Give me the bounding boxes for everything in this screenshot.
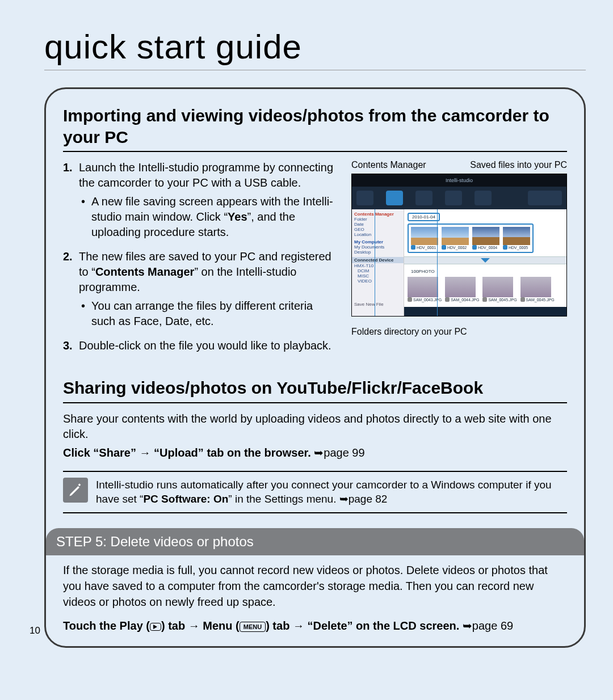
- step5-paragraph: If the storage media is full, you cannot…: [63, 562, 567, 610]
- step-bullet: A new file saving screen appears with th…: [79, 194, 339, 240]
- step-text: Launch the Intelli-studio programme by c…: [79, 161, 333, 189]
- play-icon: [150, 623, 161, 631]
- pane-divider: [404, 256, 566, 264]
- screenshot-saved-pane: 2010-01-04 HDV_0001 HDV_0002 HDV_0004 HD…: [404, 209, 566, 256]
- step-number: 1.: [63, 160, 79, 240]
- note-icon: [63, 478, 88, 503]
- date-pill: 2010-01-04: [408, 213, 440, 221]
- page-title: quick start guide: [44, 27, 586, 70]
- figure-label-folders: Folders directory on your PC: [351, 327, 567, 337]
- step5-bar: STEP 5: Delete videos or photos: [46, 528, 584, 555]
- figure-intelli-studio: Contents Manager Saved files into your P…: [351, 160, 567, 362]
- section-heading-import: Importing and viewing videos/photos from…: [63, 105, 567, 152]
- step-number: 3.: [63, 338, 79, 353]
- figure-label-saved-files: Saved files into your PC: [470, 160, 567, 170]
- page-number: 10: [30, 625, 40, 636]
- content-panel: Importing and viewing videos/photos from…: [44, 87, 586, 648]
- import-steps: 1. Launch the Intelli-studio programme b…: [63, 160, 339, 362]
- screenshot-window: Intelli-studio Contents Manager Folder D…: [351, 174, 567, 317]
- step-text: The new files are saved to your PC and r…: [79, 250, 331, 293]
- step-number: 2.: [63, 249, 79, 329]
- note-block: Intelli-studio runs automatically after …: [63, 471, 567, 513]
- section-heading-share: Sharing videos/photos on YouTube/Flickr/…: [63, 377, 567, 403]
- step-bullet: You can arrange the files by different c…: [79, 298, 339, 329]
- menu-icon: MENU: [240, 622, 266, 632]
- note-text: Intelli-studio runs automatically after …: [96, 478, 567, 507]
- share-paragraph: Share your contents with the world by up…: [63, 411, 567, 442]
- folder-pill: 100PHOTO: [408, 268, 438, 275]
- share-instruction: Click “Share” → “Upload” tab on the brow…: [63, 445, 567, 461]
- screenshot-folder-pane: 100PHOTO SAM_0043.JPG SAM_0044.JPG SAM_0…: [404, 264, 566, 307]
- screenshot-sidebar: Contents Manager Folder Date GEO Locatio…: [352, 209, 404, 316]
- step5-instruction: Touch the Play () tab → Menu (MENU) tab …: [63, 618, 567, 634]
- screenshot-titlebar: Intelli-studio: [352, 174, 566, 187]
- figure-label-contents-manager: Contents Manager: [351, 160, 426, 170]
- step-text: Double-click on the file you would like …: [79, 339, 331, 352]
- screenshot-toolbar: [352, 187, 566, 209]
